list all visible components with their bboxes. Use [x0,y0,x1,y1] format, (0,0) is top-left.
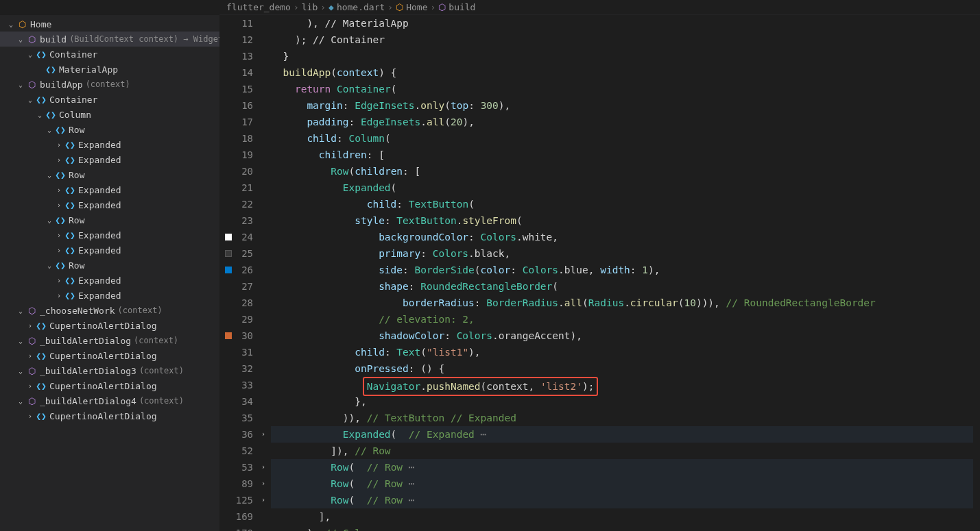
outline-item[interactable]: ⌄❮❯Row [0,212,219,227]
fold-icon[interactable]: › [261,426,265,443]
line-number: 30 [219,328,268,344]
outline-item[interactable]: ›❮❯Expanded [0,273,219,288]
outline-item[interactable]: ›❮❯CupertinoAlertDialog [0,378,219,393]
chevron-down-icon[interactable]: ⌄ [15,307,26,314]
line-number: 17 [219,114,268,130]
chevron-right-icon[interactable]: › [53,141,64,149]
outline-label: Expanded [78,275,121,286]
outline-item[interactable]: ⌄❮❯Column [0,107,219,122]
line-number: 35 [219,410,268,426]
breadcrumb-segment[interactable]: build [449,2,475,12]
breadcrumb-segment[interactable]: flutter_demo [226,2,291,12]
breadcrumb[interactable]: flutter_demo › lib › ◆ home.dart › ⬡ Hom… [219,0,980,15]
chevron-down-icon[interactable]: ⌄ [44,262,55,269]
outline-label: CupertinoAlertDialog [49,351,157,361]
chevron-down-icon[interactable]: ⌄ [15,81,26,88]
outline-hint: (context) [86,79,130,89]
widget-icon: ❮❯ [55,215,66,225]
chevron-right-icon[interactable]: › [25,412,36,420]
outline-label: Container [49,95,97,105]
widget-icon: ❮❯ [36,381,47,391]
method-icon: ⬡ [26,396,37,406]
widget-icon: ❮❯ [64,275,75,286]
line-number: 33 [219,377,268,393]
chevron-down-icon[interactable]: ⌄ [25,51,36,58]
line-number: 169 [219,508,268,525]
outline-item[interactable]: ›❮❯Expanded [0,243,219,258]
outline-item[interactable]: ⌄⬡_buildAlertDialog3(context) [0,363,219,378]
outline-label: _buildAlertDialog3 [40,366,136,376]
breadcrumb-segment[interactable]: Home [406,2,427,12]
chevron-right-icon[interactable]: › [53,277,64,284]
chevron-down-icon[interactable]: ⌄ [5,21,16,28]
code-editor[interactable]: 1112131415161718192021222324252627282930… [219,15,980,531]
chevron-right-icon[interactable]: › [25,322,36,330]
line-number: 20 [219,163,268,180]
outline-item[interactable]: ›❮❯CupertinoAlertDialog [0,348,219,363]
chevron-down-icon[interactable]: ⌄ [15,36,26,43]
outline-sidebar[interactable]: ⌄⬡Home⌄⬡build(BuildContext context) → Wi… [0,15,219,531]
chevron-right-icon: › [294,2,299,12]
chevron-right-icon[interactable]: › [53,232,64,239]
outline-item[interactable]: ›❮❯Expanded [0,137,219,152]
outline-item[interactable]: ⌄❮❯Row [0,258,219,273]
outline-hint: (context) [139,396,184,406]
breadcrumb-segment[interactable]: home.dart [337,2,385,12]
fold-icon[interactable]: › [261,492,265,508]
widget-icon: ❮❯ [64,185,75,195]
outline-item[interactable]: ⌄⬡_chooseNetWork(context) [0,303,219,318]
chevron-right-icon[interactable]: › [25,382,36,390]
outline-item[interactable]: ⌄❮❯Container [0,92,219,107]
outline-label: Container [49,49,97,60]
outline-item[interactable]: ›❮❯CupertinoAlertDialog [0,318,219,333]
outline-label: Column [59,110,91,120]
widget-icon: ❮❯ [64,200,75,210]
fold-icon[interactable]: › [261,476,265,492]
line-number: 31 [219,344,268,360]
chevron-right-icon[interactable]: › [53,292,64,299]
outline-hint: (BuildContext context) → Widget [69,34,219,44]
widget-icon: ❮❯ [45,110,56,120]
outline-item[interactable]: ⌄⬡build(BuildContext context) → Widget [0,32,219,47]
line-number: 13 [219,48,268,64]
outline-item[interactable]: ›❮❯Expanded [0,152,219,167]
chevron-down-icon[interactable]: ⌄ [44,171,55,179]
outline-label: _chooseNetWork [40,306,115,316]
line-number: 23 [219,212,268,229]
outline-item[interactable]: ❮❯MaterialApp [0,62,219,77]
chevron-down-icon[interactable]: ⌄ [15,397,26,405]
chevron-right-icon[interactable]: › [53,201,64,209]
outline-item[interactable]: ⌄❮❯Row [0,122,219,137]
fold-icon[interactable]: › [261,459,265,476]
chevron-down-icon[interactable]: ⌄ [25,96,36,103]
chevron-right-icon[interactable]: › [53,247,64,254]
line-number: 52 [219,443,268,459]
outline-item[interactable]: ⌄❮❯Row [0,167,219,182]
line-number: 32 [219,360,268,377]
outline-item[interactable]: ›❮❯Expanded [0,197,219,212]
line-number: 36› [219,426,268,443]
outline-item[interactable]: ›❮❯CupertinoAlertDialog [0,408,219,423]
outline-item[interactable]: ›❮❯Expanded [0,182,219,197]
chevron-down-icon[interactable]: ⌄ [15,367,26,375]
chevron-right-icon[interactable]: › [53,186,64,194]
code-content[interactable]: ), // MaterialApp ); // Container } buil… [271,15,973,531]
outline-item[interactable]: ›❮❯Expanded [0,227,219,243]
outline-item[interactable]: ⌄⬡_buildAlertDialog(context) [0,333,219,348]
outline-item[interactable]: ⌄⬡Home [0,16,219,32]
chevron-down-icon[interactable]: ⌄ [44,217,55,224]
breadcrumb-segment[interactable]: lib [302,2,318,12]
line-number: 18 [219,130,268,147]
outline-item[interactable]: ⌄❮❯Container [0,47,219,62]
chevron-right-icon[interactable]: › [53,156,64,164]
outline-item[interactable]: ›❮❯Expanded [0,288,219,303]
chevron-right-icon[interactable]: › [25,352,36,360]
line-number: 11 [219,15,268,32]
outline-item[interactable]: ⌄⬡_buildAlertDialog4(context) [0,393,219,408]
chevron-down-icon[interactable]: ⌄ [44,126,55,134]
chevron-down-icon[interactable]: ⌄ [34,111,45,119]
outline-item[interactable]: ⌄⬡buildApp(context) [0,77,219,92]
minimap[interactable] [973,15,980,531]
chevron-down-icon[interactable]: ⌄ [15,337,26,345]
line-number: 170 [219,525,268,531]
